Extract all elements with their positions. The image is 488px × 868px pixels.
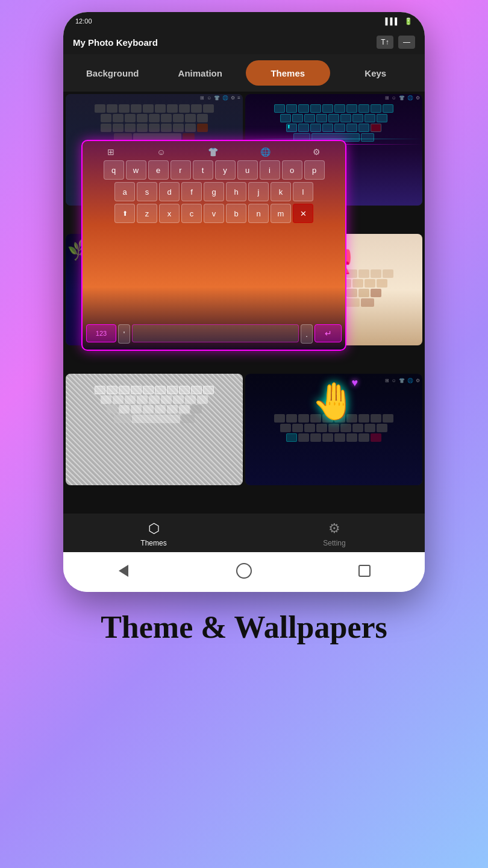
battery-icon: 🔋 [404,17,413,25]
keyboard-card-neon-hand[interactable]: ♥ 🤚 ⊞ ☺ 👕 🌐 ⚙ [245,374,422,485]
monster-row-1: q w e r t y u i o p [86,160,342,180]
themes-nav-label: Themes [140,539,166,547]
monster-key-s: s [137,182,157,201]
card-icons-row: ⊞ ☺ 👕 🌐 ⚙ ≡ [66,94,243,102]
monster-icons-row: ⊞ ☺ 👕 🌐 ⚙ [86,145,342,159]
setting-nav-icon: ⚙ [328,521,340,536]
monster-key-o: o [282,160,302,180]
home-bar [63,552,425,592]
monster-key-k: k [271,182,291,201]
monster-grid-icon: ⊞ [107,147,114,157]
monster-key-f: f [181,182,202,201]
setting-nav-label: Setting [323,539,345,547]
nav-setting[interactable]: ⚙ Setting [244,521,425,547]
neon-hand-decoration: 🤚 [311,380,357,423]
font-size-button[interactable]: T↑ [377,36,393,49]
monster-globe-icon: 🌐 [260,147,271,157]
monster-key-q: q [104,160,124,180]
monster-row-2: a s d f g h j k l [86,182,342,201]
status-bar: 12:00 ▌▌▌ 🔋 [63,12,425,30]
hand-grid-icon: ⊞ [385,378,389,383]
headline-section: Theme & Wallpapers [0,592,488,656]
title-bar: My Photo Keyboard T↑ — [63,30,425,54]
monster-period-key: . [301,324,313,344]
tab-themes[interactable]: Themes [246,60,330,86]
themes-nav-icon: ⬡ [148,521,160,536]
tab-background[interactable]: Background [70,60,155,86]
monster-row-3: ⬆ z x c v b n m ✕ [86,204,342,223]
hand-emoji-icon: ☺ [392,378,396,383]
monster-key-e: e [148,160,169,180]
phone-frame: 12:00 ▌▌▌ 🔋 My Photo Keyboard T↑ — Backg… [63,12,425,592]
monster-key-m: m [271,204,291,223]
monster-key-n: n [248,204,269,223]
monster-comma-key: ' [118,324,130,344]
back-arrow-icon [119,565,128,577]
monster-shift-key: ⬆ [114,204,135,223]
monster-key-g: g [204,182,224,201]
monster-shirt-icon: 👕 [208,147,218,157]
monster-key-b: b [226,204,246,223]
monster-gear-icon: ⚙ [313,147,321,157]
shirt-icon2: 👕 [399,95,405,101]
recents-button[interactable] [355,562,374,580]
monster-key-u: u [237,160,258,180]
monster-key-p: p [304,160,325,180]
globe-icon2: 🌐 [407,95,413,101]
monster-bottom-row: 123 ' . ↵ [86,322,342,346]
monster-key-j: j [248,182,269,201]
recents-square-icon [358,565,371,577]
monster-key-z: z [137,204,157,223]
back-button[interactable] [114,562,133,580]
app-title: My Photo Keyboard [73,37,158,48]
tab-keys[interactable]: Keys [334,60,418,86]
mini-keyboard-hand [245,412,422,485]
monster-key-w: w [126,160,146,180]
monster-key-l: l [293,182,313,201]
monster-key-x: x [159,204,180,223]
bottom-navigation: ⬡ Themes ⚙ Setting [63,514,425,552]
status-time: 12:00 [75,17,92,25]
tab-animation[interactable]: Animation [158,60,243,86]
grid-icon: ⊞ [200,95,204,101]
monster-key-v: v [204,204,224,223]
menu-icon: ≡ [237,95,240,101]
shirt-icon: 👕 [214,95,220,101]
minimize-button[interactable]: — [398,36,415,49]
monster-key-i: i [260,160,280,180]
monster-key-y: y [215,160,236,180]
monster-backspace-key: ✕ [293,204,313,223]
monster-key-t: t [193,160,213,180]
emoji-icon: ☺ [207,95,211,101]
monster-key-a: a [114,182,135,201]
monster-key-r: r [170,160,191,180]
gear-icon-sm: ⚙ [231,95,235,101]
hand-globe-icon: 🌐 [407,378,413,383]
monster-truck-overlay[interactable]: ⊞ ☺ 👕 🌐 ⚙ q w e r t y u i o p [81,140,346,351]
headline-text: Theme & Wallpapers [24,610,464,644]
gear-icon2: ⚙ [416,95,420,101]
signal-icon: ▌▌▌ [386,17,399,25]
hand-shirt-icon: 👕 [399,378,405,383]
hand-gear-icon: ⚙ [416,378,420,383]
home-button[interactable] [235,562,253,580]
emoji-icon2: ☺ [392,95,396,101]
home-circle-icon [236,563,252,579]
mini-keyboard-silver [66,374,243,485]
keyboard-card-silver[interactable] [66,374,243,485]
globe-icon: 🌐 [222,95,228,101]
monster-key-d: d [159,182,180,201]
keyboard-grid: ⊞ ☺ 👕 🌐 ⚙ ≡ [63,92,425,514]
monster-key-h: h [226,182,246,201]
tab-bar: Background Animation Themes Keys [63,54,425,92]
monster-key-c: c [181,204,202,223]
card-neon-icons: ⊞ ☺ 👕 🌐 ⚙ [245,94,422,102]
monster-num-key: 123 [86,324,116,342]
monster-emoji-icon: ☺ [157,147,165,157]
monster-space-key [132,324,299,342]
status-icons: ▌▌▌ 🔋 [386,17,413,25]
nav-themes[interactable]: ⬡ Themes [63,521,244,547]
grid-icon2: ⊞ [385,95,389,101]
monster-enter-key: ↵ [314,324,342,342]
